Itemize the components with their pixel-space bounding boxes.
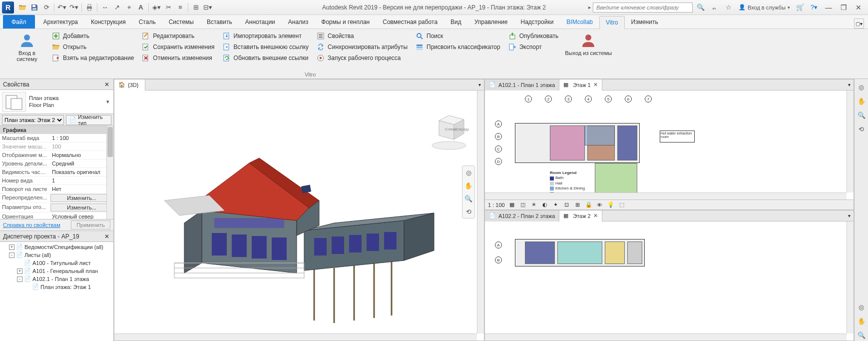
tab-massing[interactable]: Формы и генплан: [315, 16, 376, 28]
help-icon[interactable]: ?▾: [808, 2, 820, 13]
worksharing-display-icon[interactable]: ⬚: [618, 201, 626, 209]
tree-twisty-icon[interactable]: -: [17, 276, 22, 282]
rb-orbit-icon[interactable]: ⟲: [856, 123, 868, 135]
tab-addins[interactable]: Надстройки: [514, 16, 560, 28]
logout-button[interactable]: Выход из системы: [563, 31, 613, 57]
save-changes-button[interactable]: Сохранить изменения: [139, 42, 217, 52]
orbit-icon[interactable]: ⟲: [462, 205, 474, 218]
rb-zoom-icon[interactable]: 🔍: [856, 109, 868, 121]
tag-icon[interactable]: ⌖: [123, 2, 134, 13]
insert-link-button[interactable]: Вставить внешнюю ссылку: [220, 42, 312, 52]
crop-visible-icon[interactable]: ⊞: [574, 201, 582, 209]
measure-icon[interactable]: ↔: [99, 2, 110, 13]
property-row[interactable]: Номер вида1: [0, 176, 113, 185]
edit-type-button[interactable]: 📄Изменить тип: [66, 115, 111, 125]
search-icon[interactable]: 🔍: [695, 2, 707, 13]
type-selector[interactable]: План этажа Floor Plan ▾: [0, 90, 113, 114]
properties-panel-header[interactable]: Свойства ✕: [0, 79, 113, 90]
steering-wheel-icon[interactable]: ◎: [462, 166, 474, 179]
ribbon-collapse-button[interactable]: ▢▾: [854, 18, 864, 28]
minimize-button[interactable]: —: [822, 2, 835, 13]
import-element-button[interactable]: Импортировать элемент: [220, 31, 312, 41]
sync-icon[interactable]: ⟳: [41, 2, 52, 13]
tree-node[interactable]: 📄A100 - Титульный лист: [0, 259, 113, 267]
property-row[interactable]: Переопределен...Изменить...: [0, 194, 113, 203]
tree-twisty-icon[interactable]: -: [9, 252, 14, 258]
switch-windows-icon[interactable]: ⊟▾: [202, 2, 213, 13]
view-tab-floor1[interactable]: ▦Этаж 1✕: [559, 80, 602, 90]
open-button[interactable]: Открыть: [49, 42, 137, 52]
canvas-scroll-v[interactable]: [477, 90, 484, 334]
view-tab-sheet-a1022[interactable]: 📄A102.2 - План 2 этажа: [485, 210, 559, 222]
rb-pan-icon[interactable]: ✋: [856, 95, 868, 107]
properties-button[interactable]: Свойства: [314, 31, 411, 41]
canvas-scroll-v[interactable]: [847, 90, 854, 192]
comm-icon[interactable]: ⩋: [709, 2, 721, 13]
tab-modify[interactable]: Изменить: [625, 16, 665, 28]
view-tab-floor2[interactable]: ▦Этаж 2✕: [559, 210, 602, 222]
properties-close-icon[interactable]: ✕: [103, 81, 110, 88]
tab-architecture[interactable]: Архитектура: [37, 16, 85, 28]
pan-icon[interactable]: ✋: [462, 179, 474, 192]
visual-style-icon[interactable]: ◫: [519, 201, 527, 209]
canvas-scroll-h[interactable]: [114, 334, 477, 340]
detail-level-icon[interactable]: ▦: [508, 201, 516, 209]
undo-icon[interactable]: ↶▾: [56, 2, 67, 13]
floorplan1-canvas[interactable]: 1234567 ABCD Hot water extraction roo: [485, 90, 854, 200]
rb-wheel-icon[interactable]: ◎: [856, 81, 868, 93]
project-browser-header[interactable]: Диспетчер проекта - AP_19 ✕: [0, 231, 113, 242]
app-exchange-icon[interactable]: 🛒: [794, 2, 806, 13]
tab-insert[interactable]: Вставить: [200, 16, 239, 28]
favorite-icon[interactable]: ☆: [723, 2, 735, 13]
infocenter-search-input[interactable]: [593, 2, 693, 12]
add-button[interactable]: Добавить: [49, 31, 137, 41]
close-inactive-icon[interactable]: ⊞: [190, 2, 201, 13]
tab-view[interactable]: Вид: [444, 16, 468, 28]
view-tab-dropdown-icon[interactable]: ▾: [845, 82, 854, 88]
tab-analyze[interactable]: Анализ: [282, 16, 315, 28]
property-row[interactable]: Отображение м...Нормально: [0, 151, 113, 160]
property-row[interactable]: Поворот на листеНет: [0, 185, 113, 194]
thin-lines-icon[interactable]: ≡: [175, 2, 186, 13]
property-row[interactable]: Видимость частейПоказать оригинал: [0, 168, 113, 176]
instance-selector[interactable]: План этажа: Этаж 2: [2, 115, 64, 125]
reveal-hidden-icon[interactable]: 💡: [607, 201, 615, 209]
align-dim-icon[interactable]: ↗: [111, 2, 122, 13]
canvas-scroll-h[interactable]: [485, 192, 847, 200]
properties-help-link[interactable]: Справка по свойствам: [3, 222, 60, 228]
type-selector-dropdown-icon[interactable]: ▾: [104, 98, 111, 105]
properties-scrollbar[interactable]: [106, 126, 113, 219]
sign-in-button[interactable]: 👤 Вход в службы ▾: [737, 4, 792, 10]
search-button[interactable]: Поиск: [413, 31, 503, 41]
tab-file[interactable]: Файл: [3, 15, 35, 28]
publish-button[interactable]: Опубликовать: [505, 31, 561, 41]
tree-node[interactable]: -📄A102.1 - План 1 этажа: [0, 275, 113, 283]
rendering-icon[interactable]: ✦: [552, 201, 560, 209]
close-button[interactable]: ✕: [852, 2, 865, 13]
view-tab-dropdown-icon[interactable]: ▾: [845, 213, 854, 218]
view-tab-3d[interactable]: 🏠 {3D}: [114, 80, 145, 90]
checkout-button[interactable]: Взять на редактирование: [49, 53, 137, 63]
tree-twisty-icon[interactable]: +: [9, 244, 14, 250]
restore-button[interactable]: ❐: [837, 2, 850, 13]
export-button[interactable]: Экспорт: [505, 42, 561, 52]
tree-node[interactable]: +📄A101 - Генеральный план: [0, 267, 113, 275]
property-row[interactable]: Уровень детали...Средний: [0, 160, 113, 168]
view-tab-dropdown-icon[interactable]: ▾: [475, 82, 484, 88]
redo-icon[interactable]: ↷▾: [68, 2, 79, 13]
canvas-scroll-h[interactable]: [485, 334, 847, 340]
properties-group-header[interactable]: Графика⌃: [0, 126, 113, 134]
tab-manage[interactable]: Управление: [468, 16, 514, 28]
tree-node[interactable]: +📄Ведомости/Спецификации (all): [0, 243, 113, 251]
edit-button[interactable]: Редактировать: [139, 31, 217, 41]
tab-systems[interactable]: Системы: [162, 16, 200, 28]
lock-3d-icon[interactable]: 🔒: [585, 201, 593, 209]
rb-zoom2-icon[interactable]: 🔍: [856, 329, 868, 341]
discard-changes-button[interactable]: Отменить изменения: [139, 53, 217, 63]
assign-classifier-button[interactable]: Присвоить классификатор: [413, 42, 503, 52]
property-row[interactable]: Параметры ото...Изменить...: [0, 203, 113, 212]
print-icon[interactable]: [84, 2, 95, 13]
rb-wheel2-icon[interactable]: ◎: [856, 301, 868, 313]
tab-vitro[interactable]: Vitro: [599, 16, 624, 29]
3d-canvas[interactable]: Слева Спереди ◎ ✋ 🔍 ⟲: [114, 90, 484, 340]
